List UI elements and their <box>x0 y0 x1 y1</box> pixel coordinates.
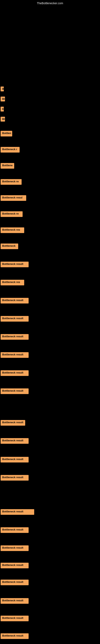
bottleneck-result-label: Bottleneck res <box>0 280 24 285</box>
site-title: TheBottlenecker.com <box>37 2 63 5</box>
bottleneck-result-label: Bottleneck resul <box>0 195 26 201</box>
bottleneck-result-label: Bottleneck result <box>0 546 29 551</box>
bottleneck-result-label: Bottleneck result <box>0 388 29 394</box>
bottleneck-result-label: Bottleneck result <box>0 334 29 340</box>
bottleneck-result-label: Bottleneck result <box>0 298 29 304</box>
bottleneck-result-label: Bottleneck result <box>0 420 25 426</box>
bottleneck-result-label: Bottleneck result <box>0 352 29 358</box>
bottleneck-result-label: Bottleneck res <box>0 228 24 233</box>
bottleneck-result-label: Bottleneck result <box>0 633 29 639</box>
bottleneck-result-label: Bottlen <box>0 131 12 136</box>
bottleneck-result-label: Bottleneck result <box>0 438 29 444</box>
bottleneck-result-label: Bottleneck r <box>0 147 20 152</box>
bottleneck-result-label: Bottleneck result <box>0 457 29 462</box>
bottleneck-result-label: Bottleneck re <box>0 211 23 217</box>
bottleneck-result-label: B0 <box>0 117 5 122</box>
bottleneck-result-label: E <box>0 107 4 112</box>
bottleneck-result-label: Bottleneck result <box>0 527 29 533</box>
bottleneck-result-label: Bottleneck result <box>0 580 29 585</box>
bottleneck-result-label: Bottleneck result <box>0 509 34 515</box>
bottleneck-result-label: B <box>0 86 4 91</box>
bottleneck-result-label: Bottleneck result <box>0 316 29 322</box>
bottleneck-result-label: Bottleneck result <box>0 262 29 267</box>
bottleneck-result-label: Bottlene <box>0 163 14 169</box>
bottleneck-result-label: Bottleneck re <box>0 179 22 185</box>
bottleneck-result-label: Bottleneck result <box>0 563 29 568</box>
bottleneck-result-label: Bottleneck result <box>0 598 29 604</box>
bottleneck-result-label: Bottleneck result <box>0 475 29 480</box>
bottleneck-result-label: Bottleneck result <box>0 616 29 621</box>
bottleneck-result-label: Bottleneck result <box>0 370 29 376</box>
bottleneck-result-label: Bottleneck <box>0 244 18 249</box>
bottleneck-result-label: B0 <box>0 96 5 102</box>
